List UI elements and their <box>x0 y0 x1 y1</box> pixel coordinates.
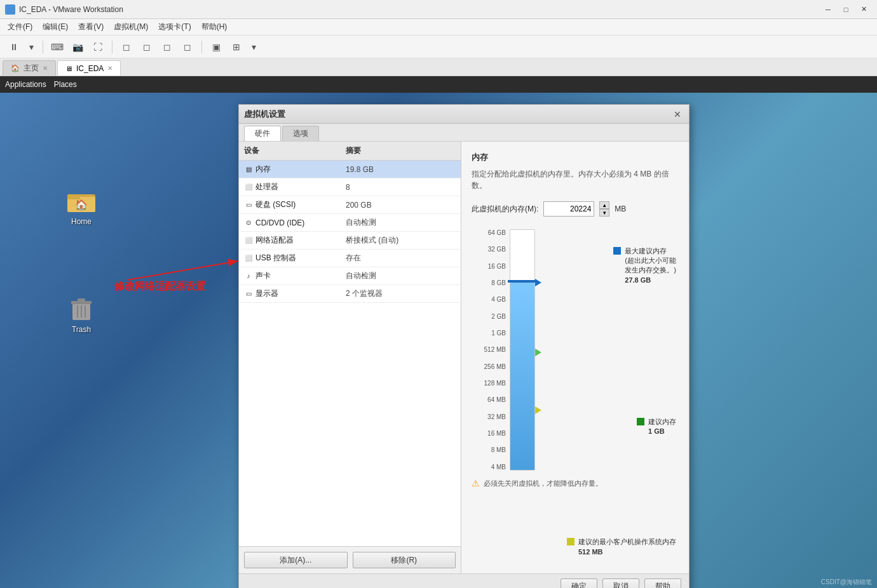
svg-text:🏠: 🏠 <box>75 199 88 211</box>
tab-home[interactable]: 🏠 主页 ✕ <box>3 60 56 76</box>
memory-panel: 内存 指定分配给此虚拟机的内存里。内存大小必须为 4 MB 的倍数。 此虚拟机的… <box>461 142 689 573</box>
device-summary-memory: 19.8 GB <box>346 165 456 174</box>
device-row-disk[interactable]: ▭ 硬盘 (SCSI) 200 GB <box>239 196 461 214</box>
device-summary-cpu: 8 <box>346 183 456 192</box>
memory-value-input[interactable] <box>543 201 594 217</box>
annotation-text: 修改网络适配器设置 <box>114 280 206 293</box>
toolbar-view2[interactable]: ◻ <box>158 38 176 56</box>
legend-color-blue <box>613 247 621 255</box>
device-row-cpu[interactable]: ⬜ 处理器 8 <box>239 178 461 196</box>
mem-label-32m: 32 MB <box>487 413 506 420</box>
desktop-icon-home[interactable]: 🏠 Home <box>56 182 107 229</box>
memory-increment[interactable]: ▲ <box>599 201 609 209</box>
toolbar-console[interactable]: ▣ <box>207 38 225 56</box>
menu-file[interactable]: 文件(F) <box>3 20 37 34</box>
mem-label-32g: 32 GB <box>488 246 506 253</box>
menu-tabs[interactable]: 选项卡(T) <box>153 20 196 34</box>
memory-section-title: 内存 <box>472 152 679 163</box>
gnome-bar: Applications Places <box>0 76 877 93</box>
minimize-button[interactable]: ─ <box>820 3 836 16</box>
tab-iceda[interactable]: 🖥 IC_EDA ✕ <box>57 60 121 76</box>
cancel-button[interactable]: 取消 <box>602 578 639 589</box>
device-name-sound: 声卡 <box>255 271 271 281</box>
device-summary-usb: 存在 <box>346 253 456 264</box>
toolbar-screenshot[interactable]: 📷 <box>69 38 86 56</box>
toolbar-fullscreen[interactable]: ⛶ <box>89 38 107 56</box>
toolbar-pause[interactable]: ⏸ <box>5 38 23 56</box>
memory-indicators <box>535 229 545 471</box>
tab-iceda-icon: 🖥 <box>65 65 72 72</box>
remove-device-button[interactable]: 移除(R) <box>353 552 456 568</box>
toolbar-view1[interactable]: ◻ <box>138 38 156 56</box>
indicator-green-max <box>535 349 541 356</box>
gnome-applications[interactable]: Applications <box>5 80 46 89</box>
toolbar-sep2 <box>112 41 112 53</box>
tab-home-label: 主页 <box>24 63 39 74</box>
add-device-button[interactable]: 添加(A)... <box>244 552 348 568</box>
close-button[interactable]: ✕ <box>855 3 872 16</box>
dialog-tab-hardware[interactable]: 硬件 <box>244 126 281 141</box>
sound-device-icon: ♪ <box>244 272 253 281</box>
device-list-header: 设备 摘要 <box>239 142 461 161</box>
toolbar-pause-dropdown[interactable]: ▾ <box>25 41 37 53</box>
dialog-tab-hardware-label: 硬件 <box>255 128 270 139</box>
indicator-blue <box>535 279 541 286</box>
mem-label-2g: 2 GB <box>491 313 506 320</box>
menu-view[interactable]: 查看(V) <box>73 20 109 34</box>
dialog-close-button[interactable]: ✕ <box>671 108 684 121</box>
memory-bar[interactable] <box>510 229 535 471</box>
memory-description: 指定分配给此虚拟机的内存里。内存大小必须为 4 MB 的倍数。 <box>472 168 679 191</box>
mem-label-64m: 64 MB <box>487 396 506 403</box>
device-row-memory[interactable]: ▤ 内存 19.8 GB <box>239 161 461 178</box>
toolbar-view3[interactable]: ◻ <box>179 38 196 56</box>
legend-color-green <box>637 418 644 425</box>
tab-home-close[interactable]: ✕ <box>43 65 48 72</box>
toolbar-unity[interactable]: ◻ <box>118 38 135 56</box>
memory-decrement[interactable]: ▼ <box>599 209 609 217</box>
memory-input-row: 此虚拟机的内存(M): ▲ ▼ MB <box>472 201 679 217</box>
annotation-arrow <box>121 255 248 286</box>
toolbar-settings-dropdown[interactable]: ▾ <box>248 41 260 53</box>
legend-text-max-mem: 最大建议内存 (超出此大小可能 发生内存交换。) 27.8 GB <box>625 246 676 286</box>
mem-label-64g: 64 GB <box>488 229 506 236</box>
help-button[interactable]: 帮助 <box>644 578 681 589</box>
device-name-network: 网络适配器 <box>255 235 294 246</box>
ok-button[interactable]: 确定 <box>561 578 597 589</box>
col-header-summary: 摘要 <box>341 144 461 157</box>
toolbar-send-ctrl[interactable]: ⌨ <box>48 38 66 56</box>
window-title: IC_EDA - VMware Workstation <box>19 5 820 14</box>
menu-vm[interactable]: 虚拟机(M) <box>109 20 153 34</box>
legend-recommended: 建议内存 1 GB <box>637 417 676 437</box>
device-summary-display: 2 个监视器 <box>346 288 456 299</box>
memory-device-icon: ▤ <box>244 165 253 174</box>
legend-text-min-mem: 建议的最小客户机操作系统内存 512 MB <box>578 537 676 557</box>
menu-edit[interactable]: 编辑(E) <box>37 20 73 34</box>
vm-settings-dialog: 虚拟机设置 ✕ 硬件 选项 设备 摘要 <box>238 104 690 588</box>
svg-line-11 <box>127 261 238 280</box>
device-row-network[interactable]: ⬜ 网络适配器 桥接模式 (自动) <box>239 232 461 250</box>
dialog-tab-options[interactable]: 选项 <box>282 126 319 141</box>
legend-min-guest-os: 建议的最小客户机操作系统内存 512 MB <box>567 537 676 557</box>
legend-color-yellow <box>567 538 574 545</box>
toolbar-settings[interactable]: ⊞ <box>228 38 245 56</box>
dialog-tab-options-label: 选项 <box>293 128 308 139</box>
display-device-icon: ▭ <box>244 290 253 298</box>
tab-iceda-label: IC_EDA <box>76 64 104 73</box>
mem-label-4m: 4 MB <box>491 464 506 471</box>
device-name-display: 显示器 <box>255 288 278 299</box>
watermark: CSDIT@海锦锦笔 <box>821 578 872 587</box>
home-folder-icon: 🏠 <box>66 184 97 215</box>
svg-rect-2 <box>67 194 80 199</box>
maximize-button[interactable]: □ <box>838 3 854 16</box>
menubar: 文件(F) 编辑(E) 查看(V) 虚拟机(M) 选项卡(T) 帮助(H) <box>0 19 877 36</box>
desktop-icon-trash[interactable]: Trash <box>56 290 107 337</box>
device-row-display[interactable]: ▭ 显示器 2 个监视器 <box>239 285 461 303</box>
toolbar-sep3 <box>201 41 202 53</box>
tab-iceda-close[interactable]: ✕ <box>107 65 112 72</box>
device-row-cdrom[interactable]: ⊙ CD/DVD (IDE) 自动检测 <box>239 214 461 232</box>
device-row-usb[interactable]: ⬜ USB 控制器 存在 <box>239 250 461 267</box>
device-row-sound[interactable]: ♪ 声卡 自动检测 <box>239 267 461 285</box>
menu-help[interactable]: 帮助(H) <box>196 20 233 34</box>
home-label: Home <box>71 217 92 226</box>
gnome-places[interactable]: Places <box>54 80 77 89</box>
